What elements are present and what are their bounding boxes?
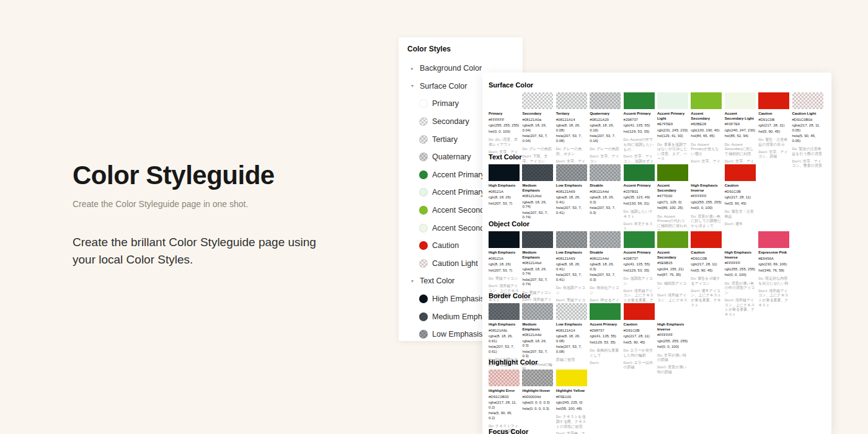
swatch-name: Highlight Error: [489, 389, 520, 394]
swatch-rgb: rgba(0, 0, 0, 0.3): [522, 401, 553, 405]
color-dot-icon: [419, 206, 428, 215]
swatch-rgb: rgb(130, 190, 40): [691, 128, 722, 133]
section-title: Highlight Color: [489, 358, 829, 366]
swatch-hsl: hsl(129, 53, 35): [624, 268, 655, 273]
color-dot-icon: [419, 241, 428, 250]
swatch-name: Caution: [725, 184, 756, 188]
swatch-color-box: [624, 231, 655, 248]
sidebar-item-label: Accent Primary: [432, 170, 485, 179]
swatch-hex: #F0F7E6: [725, 122, 756, 127]
swatch-color-box: [758, 231, 789, 248]
swatch-hex: #08121A4d: [522, 333, 553, 338]
swatch-hex: #298737: [624, 118, 655, 123]
chevron-right-icon[interactable]: ▸: [409, 66, 415, 71]
swatch-color-box: [691, 92, 722, 109]
swatch-hex: #D91C0B: [691, 257, 722, 262]
swatch-color-box: [725, 92, 756, 109]
swatch-highlight-yellow: Highlight Yellow #F5E100 rgb(245, 225, 0…: [556, 370, 587, 434]
swatch-highlight-error: Highlight Error #D91C0B33 rgba(217, 28, …: [489, 370, 520, 434]
swatch-hsl: hsl(207, 53, 7): [489, 202, 520, 206]
swatch-hex: #F5E100: [556, 395, 587, 400]
color-dot-icon: [419, 330, 428, 339]
hero: Color Styleguide Create the Color Styleg…: [73, 161, 345, 268]
swatch-name: High Emphasis: [489, 250, 520, 255]
swatch-hex: #08121A69: [556, 190, 587, 195]
color-dot-icon: [419, 135, 428, 144]
swatch-do-note: Do: 警告文・注意喚起: [725, 210, 756, 219]
swatch-hsl: hsl(55, 100, 48): [556, 407, 587, 412]
swatch-rgb: rgba(8, 18, 26, 0.74): [522, 267, 553, 277]
swatch-name: Accent Secondary Light: [725, 112, 756, 121]
color-dot-icon: [419, 99, 428, 108]
swatch-rgb: rgba(8, 18, 26, 0.08): [556, 123, 587, 133]
swatch-hsl: hsla(207, 53, 7, 0.3): [522, 350, 553, 359]
swatch-color-box: [725, 164, 756, 181]
swatch-hsl: hsla(207, 53, 7, 0.41): [556, 206, 587, 215]
swatch-color-box: [590, 164, 621, 181]
swatch-color-box: [556, 164, 587, 181]
swatch-hsl: hsl(5, 90, 45): [725, 202, 756, 206]
sidebar-item-label: Caution: [432, 241, 459, 250]
swatch-color-box: [657, 303, 688, 320]
swatch-color-box: [489, 164, 520, 181]
swatch-hex: #D91C0B0d: [792, 118, 823, 123]
color-dot-icon: [419, 117, 428, 126]
swatch-row: Highlight Error #D91C0B33 rgba(217, 28, …: [489, 370, 829, 434]
swatch-color-box: [522, 231, 553, 248]
swatch-rgb: rgba(8, 18, 26, 0.3): [590, 195, 621, 205]
swatch-hsl: hsla(5, 90, 45, 0.2): [489, 411, 520, 420]
swatch-do-note: Do: 白い背景、本体レイアウト: [489, 138, 520, 148]
swatch-name: Accent Secondary: [657, 184, 688, 193]
swatch-low-emphasis: Low Emphasis #08121A69 rgba(8, 18, 26, 0…: [556, 164, 587, 215]
swatch-rgb: rgba(8, 18, 26, 0.08): [556, 334, 587, 343]
swatch-hex: #E7F5E9: [657, 122, 688, 127]
sidebar-group-label: Surface Color: [420, 82, 467, 91]
swatch-color-box: [657, 164, 688, 181]
swatch-color-box: [691, 231, 722, 248]
swatch-color-box: [522, 370, 553, 386]
swatch-name: Accent Primary: [624, 112, 655, 117]
sidebar-group-label: Text Color: [420, 277, 454, 285]
swatch-high-emphasis: High Emphasis #08121A rgb(8, 18, 26) hsl…: [489, 164, 520, 206]
chevron-down-icon[interactable]: ▾: [409, 83, 415, 89]
swatch-color-box: [489, 231, 520, 248]
swatch-do-note: Do: 強調したいテキスト: [624, 210, 655, 219]
swatch-rgb: rgb(255, 255, 255): [725, 267, 756, 272]
swatch-color-box: [522, 92, 553, 109]
swatch-hex: #D91C0B: [758, 118, 789, 123]
swatch-hex: #477D00: [657, 194, 688, 199]
swatch-do-note: Do: 装飾的な要素として: [590, 348, 621, 358]
swatch-hsl: hsl(129, 41, 93): [657, 134, 688, 139]
swatch-name: Accent Secondary: [657, 250, 688, 260]
swatch-hsl: hsl(85, 52, 94): [725, 134, 756, 139]
color-dot-icon: [419, 224, 428, 232]
styleguide-board: Surface Color Primary #FFFFFF rgb(255, 2…: [482, 73, 831, 434]
swatch-hsl: hsl(5, 90, 45): [758, 130, 789, 135]
swatch-do-note: Do: 限定的な内容を目立たせたい時: [758, 277, 789, 286]
swatch-do-note: Do: Accentの中でも特に強調したいもの: [624, 138, 655, 152]
swatch-rgb: rgb(94, 155, 21): [657, 267, 688, 272]
swatch-color-box: [489, 303, 520, 320]
color-dot-icon: [419, 312, 428, 321]
swatch-rgb: rgba(8, 18, 26, 0.3): [522, 339, 553, 348]
swatch-rgb: rgba(8, 18, 26, 0.41): [556, 262, 587, 272]
swatch-do-note: Do: 実線アイコン: [489, 277, 520, 281]
section-title: Text Color: [489, 153, 829, 161]
swatch-hsl: hsla(207, 53, 7, 0.61): [489, 345, 520, 354]
swatch-hex: #82BE28: [691, 122, 722, 127]
color-dot-icon: [419, 294, 428, 303]
swatch-rgb: rgb(255, 255, 255): [691, 200, 722, 205]
swatch-hex: #08121A4d: [590, 257, 621, 262]
swatch-name: Expressive Pink: [758, 250, 789, 255]
swatch-rgb: rgb(35, 123, 49): [624, 195, 655, 200]
swatch-medium-emphasis: Medium Emphasis #08121Abd rgba(8, 18, 26…: [522, 164, 553, 220]
swatch-color-box: [556, 92, 587, 109]
swatch-color-box: [657, 92, 688, 109]
swatch-name: Accent Primary: [590, 322, 621, 327]
swatch-hsl: hsla(207, 53, 7, 0.74): [522, 211, 553, 220]
swatch-name: Accent Primary Light: [657, 112, 688, 121]
swatch-name: High Emphasis Inverse: [657, 322, 688, 332]
panel-title: Color Styles: [399, 45, 523, 53]
chevron-down-icon[interactable]: ▾: [409, 278, 415, 284]
section-title: Surface Color: [489, 81, 829, 89]
